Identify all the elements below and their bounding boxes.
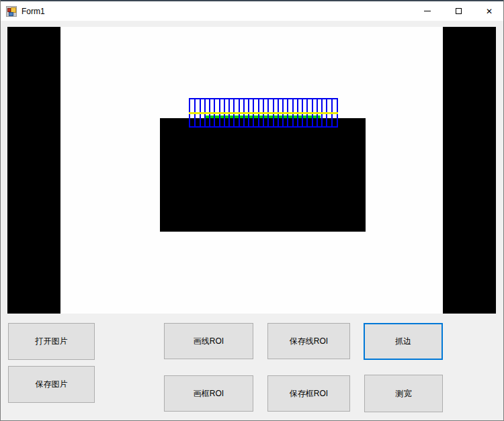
- image-center-black-block: [160, 118, 366, 232]
- draw-rect-roi-button[interactable]: 画框ROI: [164, 375, 253, 412]
- draw-line-roi-button[interactable]: 画线ROI: [164, 323, 253, 359]
- save-rect-roi-button[interactable]: 保存框ROI: [267, 375, 350, 412]
- maximize-icon: [456, 8, 462, 14]
- roi-scan-line: [189, 112, 338, 114]
- title-bar[interactable]: Form1 ✕: [1, 0, 504, 21]
- close-button[interactable]: ✕: [474, 1, 504, 21]
- image-viewer[interactable]: [7, 27, 496, 314]
- minimize-button[interactable]: [412, 1, 443, 21]
- app-icon: [6, 6, 17, 17]
- window-controls: ✕: [412, 1, 504, 21]
- window-title: Form1: [22, 7, 45, 16]
- measure-width-button[interactable]: 测宽: [364, 375, 443, 412]
- save-image-button[interactable]: 保存图片: [8, 366, 95, 403]
- grab-edge-button[interactable]: 抓边: [364, 323, 443, 360]
- open-image-button[interactable]: 打开图片: [8, 323, 95, 360]
- image-black-bar-left: [7, 27, 60, 314]
- maximize-button[interactable]: [443, 1, 474, 21]
- close-icon: ✕: [486, 7, 493, 15]
- save-line-roi-button[interactable]: 保存线ROI: [267, 323, 350, 359]
- form-window: { "window": { "title": "Form1", "icons":…: [0, 0, 504, 421]
- minimize-icon: [424, 11, 431, 11]
- image-black-bar-right: [443, 27, 496, 314]
- app-icon-blue-square: [9, 12, 13, 16]
